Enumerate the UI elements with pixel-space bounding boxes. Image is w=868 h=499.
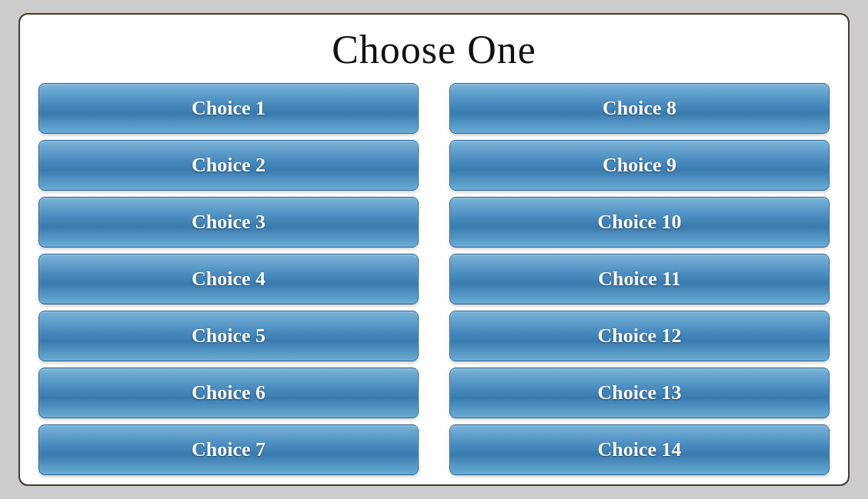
choice-button-7[interactable]: Choice 7 — [38, 424, 419, 475]
choice-button-3[interactable]: Choice 3 — [38, 197, 419, 248]
choice-button-14[interactable]: Choice 14 — [449, 424, 830, 475]
choice-button-2[interactable]: Choice 2 — [38, 140, 419, 191]
choice-button-9[interactable]: Choice 9 — [449, 140, 830, 191]
main-container: Choose One Choice 1Choice 8Choice 2Choic… — [18, 13, 850, 486]
choice-button-8[interactable]: Choice 8 — [449, 83, 830, 134]
choice-button-10[interactable]: Choice 10 — [449, 197, 830, 248]
choice-button-1[interactable]: Choice 1 — [38, 83, 419, 134]
choice-button-13[interactable]: Choice 13 — [449, 368, 830, 418]
page-title: Choose One — [38, 27, 830, 72]
choice-button-5[interactable]: Choice 5 — [38, 311, 419, 361]
choices-grid: Choice 1Choice 8Choice 2Choice 9Choice 3… — [38, 83, 830, 475]
choice-button-4[interactable]: Choice 4 — [38, 254, 419, 304]
choice-button-11[interactable]: Choice 11 — [449, 254, 830, 304]
choice-button-12[interactable]: Choice 12 — [449, 311, 830, 361]
choice-button-6[interactable]: Choice 6 — [38, 368, 419, 418]
